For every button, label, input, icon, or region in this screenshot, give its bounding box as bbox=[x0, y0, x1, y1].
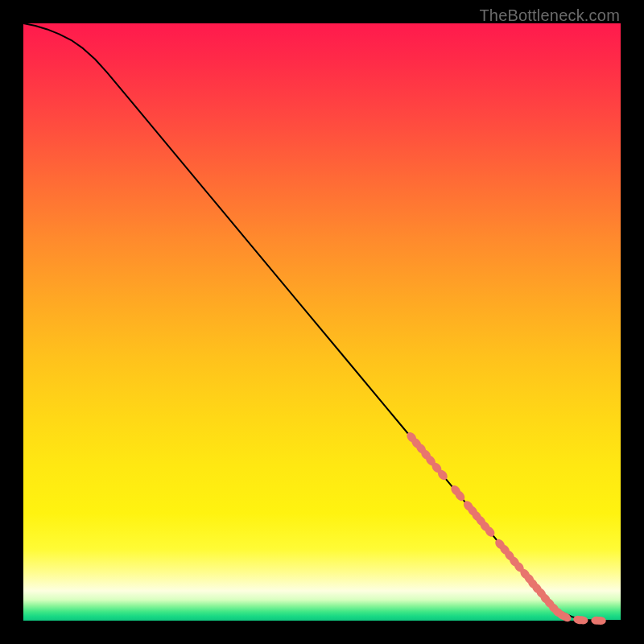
marker-group bbox=[405, 431, 606, 625]
watermark-text: TheBottleneck.com bbox=[479, 6, 620, 25]
bottleneck-curve bbox=[23, 23, 621, 621]
chart-stage: TheBottleneck.com bbox=[0, 0, 644, 644]
chart-overlay bbox=[23, 23, 621, 621]
